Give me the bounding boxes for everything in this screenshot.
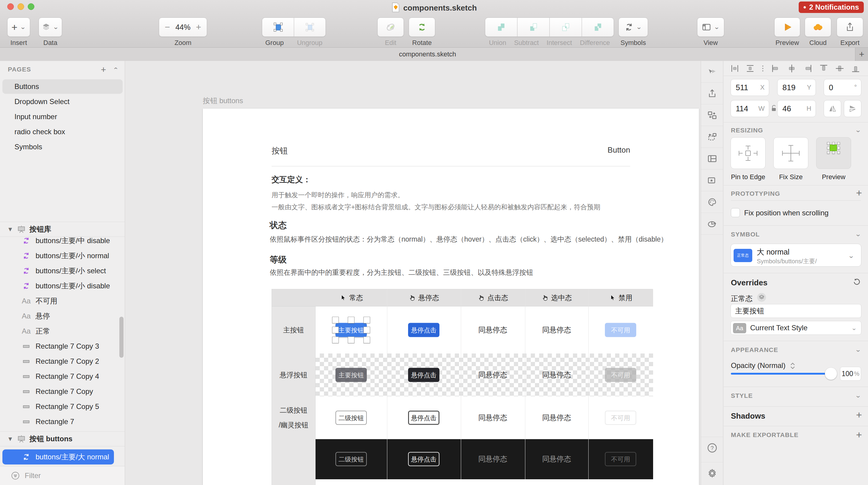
canvas-text[interactable]: 同悬停态: [542, 370, 571, 380]
canvas-text[interactable]: 同悬停态: [478, 454, 507, 464]
canvas-button-primary-disabled[interactable]: 不可用: [605, 323, 636, 337]
override-text-input[interactable]: [731, 304, 861, 318]
add-prototype-link-button[interactable]: +: [856, 187, 862, 199]
height-input[interactable]: [782, 101, 809, 117]
detach-symbol-button[interactable]: [701, 126, 723, 148]
new-tab-button[interactable]: +: [855, 48, 868, 61]
ungroup-button[interactable]: [294, 18, 326, 37]
align-bottom-icon[interactable]: [851, 64, 861, 73]
settings-gear-button[interactable]: [701, 462, 723, 484]
distribute-vertical-icon[interactable]: [746, 64, 755, 73]
selection-handle[interactable]: [332, 317, 339, 323]
zoom-in-icon[interactable]: +: [196, 22, 201, 32]
override-layers-icon[interactable]: [757, 292, 767, 302]
y-position-input[interactable]: [782, 79, 809, 95]
align-left-icon[interactable]: [771, 64, 781, 73]
collapse-style-icon[interactable]: ⌄: [855, 392, 861, 399]
triangle-down-icon[interactable]: ▼: [7, 226, 13, 233]
palette-button[interactable]: [701, 191, 723, 213]
cloud-button[interactable]: [805, 18, 831, 37]
selection-handle[interactable]: [364, 327, 370, 333]
layer-item[interactable]: Rectangle 7 Copy 5: [0, 399, 125, 414]
reset-overrides-icon[interactable]: [852, 278, 861, 287]
artboard[interactable]: 按钮 Button 交互定义： 用于触发一个即时的操作，响应用户的需求。 一般由…: [203, 109, 699, 485]
chart-button[interactable]: [701, 213, 723, 235]
layer-item[interactable]: Rectangle 7 Copy: [0, 384, 125, 399]
opacity-slider-knob[interactable]: [825, 368, 837, 380]
canvas-button-ghost-disabled[interactable]: 不可用: [605, 411, 636, 425]
x-position-input[interactable]: [736, 79, 762, 95]
union-button[interactable]: [485, 18, 517, 37]
canvas-text[interactable]: 同悬停态: [542, 325, 571, 335]
fix-position-checkbox[interactable]: [731, 208, 740, 217]
group-button[interactable]: [262, 18, 294, 37]
rotation-input[interactable]: [829, 79, 855, 95]
document-tab[interactable]: components.sketch: [0, 48, 855, 61]
text-style-dropdown[interactable]: Aa Current Text Style ⌄: [731, 321, 861, 335]
pin-to-edge-option[interactable]: [731, 137, 766, 169]
canvas-button-primary-normal[interactable]: 主要按钮: [336, 323, 367, 337]
view-button[interactable]: ⌄: [697, 18, 724, 37]
flip-vertical-button[interactable]: [844, 100, 861, 117]
selection-handle[interactable]: [348, 337, 354, 343]
collapse-appearance-icon[interactable]: ⌄: [855, 346, 861, 353]
page-item-radio-check-box[interactable]: radio check box: [2, 124, 123, 139]
align-top-icon[interactable]: [819, 64, 829, 73]
selection-handle[interactable]: [364, 317, 370, 323]
layer-item[interactable]: buttons/主要/小 disable: [0, 278, 125, 293]
data-button[interactable]: ⌄: [38, 18, 62, 37]
page-item-symbols[interactable]: Symbols: [2, 140, 123, 154]
filter-input[interactable]: [25, 472, 109, 480]
layer-item[interactable]: Rectangle 7 Copy 2: [0, 354, 125, 369]
selection-handle[interactable]: [348, 317, 354, 323]
subtract-button[interactable]: [517, 18, 550, 37]
canvas-button-dark-disabled[interactable]: 不可用: [605, 452, 636, 466]
canvas-text[interactable]: 同悬停态: [478, 413, 507, 423]
symbols-button[interactable]: ⌄: [618, 18, 648, 37]
layer-item[interactable]: Rectangle 7: [0, 414, 125, 429]
zoom-out-icon[interactable]: −: [164, 22, 170, 32]
page-item-input-number[interactable]: Input number: [2, 110, 123, 124]
sidebar-scrollbar[interactable]: [119, 317, 124, 358]
canvas-button-dark-normal[interactable]: 二级按钮: [336, 452, 367, 466]
align-right-icon[interactable]: [803, 64, 812, 73]
library-button[interactable]: [701, 170, 723, 191]
more-options-icon[interactable]: [761, 64, 765, 73]
layer-item[interactable]: Aa 正常: [0, 324, 125, 339]
add-shadow-button[interactable]: +: [856, 409, 862, 421]
canvas-button-float-disabled[interactable]: 不可用: [605, 368, 636, 382]
layer-item[interactable]: Rectangle 7 Copy 3: [0, 339, 125, 354]
canvas-text[interactable]: 同悬停态: [478, 325, 507, 335]
canvas-button-ghost-hover[interactable]: 悬停点击: [408, 411, 439, 425]
insert-button[interactable]: + ⌄: [7, 18, 30, 37]
swap-instance-button[interactable]: [701, 104, 723, 126]
layer-item[interactable]: buttons/主要/中 disable: [0, 233, 125, 248]
opacity-stepper-icon[interactable]: [789, 362, 796, 370]
add-page-button[interactable]: +: [101, 64, 106, 75]
selection-handle[interactable]: [364, 337, 370, 343]
fix-size-option[interactable]: [773, 137, 808, 169]
selection-handle[interactable]: [332, 327, 339, 333]
canvas-button-primary-hover[interactable]: 悬停点击: [408, 323, 439, 337]
intersect-button[interactable]: [550, 18, 582, 37]
canvas-button-dark-hover[interactable]: 悬停点击: [408, 452, 439, 466]
layer-item[interactable]: Aa 不可用: [0, 293, 125, 309]
collapse-resizing-icon[interactable]: ⌄: [855, 126, 861, 134]
scale-tool-button[interactable]: [701, 61, 723, 83]
zoom-control[interactable]: − 44% +: [159, 18, 207, 37]
difference-button[interactable]: [582, 18, 614, 37]
layer-item[interactable]: Aa 悬停: [0, 309, 125, 324]
layer-section-artboard[interactable]: ▼ 按钮 buttons: [0, 431, 125, 447]
align-center-horizontal-icon[interactable]: [787, 64, 797, 73]
layout-settings-button[interactable]: [701, 148, 723, 170]
make-exportable-button[interactable]: +: [856, 429, 862, 441]
canvas-text[interactable]: 同悬停态: [478, 370, 507, 380]
layer-item[interactable]: Rectangle 7 Copy 4: [0, 369, 125, 384]
help-button[interactable]: ?: [701, 437, 723, 458]
rotate-button[interactable]: [409, 18, 435, 37]
canvas-button-float-normal[interactable]: 主要按钮: [336, 368, 367, 382]
canvas-text[interactable]: 同悬停态: [542, 413, 571, 423]
page-item-dropdown-select[interactable]: Dropdown Select: [2, 94, 123, 109]
triangle-down-icon[interactable]: ▼: [7, 435, 13, 443]
artboard-label[interactable]: 按钮 buttons: [203, 96, 243, 106]
